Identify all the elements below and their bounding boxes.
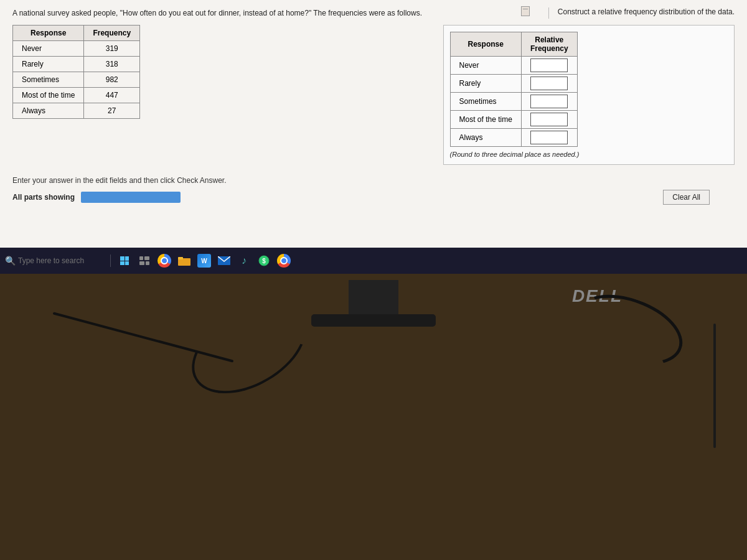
rel-input-most-cell bbox=[521, 111, 577, 129]
taskbar-search-input[interactable] bbox=[18, 256, 105, 265]
svg-rect-2 bbox=[139, 261, 144, 265]
freq-col-response: Response bbox=[13, 26, 84, 41]
progress-bar bbox=[81, 192, 181, 203]
frequency-table: Response Frequency Never 319 Rarely 318 bbox=[12, 25, 140, 119]
cable-left bbox=[176, 285, 321, 412]
svg-rect-1 bbox=[144, 256, 149, 260]
table-row: Rarely 318 bbox=[13, 57, 140, 72]
rel-header-line2: Frequency bbox=[530, 44, 568, 53]
question-text: A national survey asked people, "How oft… bbox=[12, 9, 422, 17]
table-row: Never bbox=[450, 57, 577, 75]
taskbar-app1-button[interactable]: W bbox=[195, 252, 213, 269]
edit-instruction: Enter your answer in the edit fields and… bbox=[12, 176, 735, 185]
taskbar-files-button[interactable] bbox=[176, 252, 193, 269]
construct-instruction-text: Construct a relative frequency distribut… bbox=[558, 7, 735, 16]
main-layout: Response Frequency Never 319 Rarely 318 bbox=[12, 25, 735, 165]
freq-most-of-the-time: 447 bbox=[84, 88, 140, 103]
construct-instruction: Construct a relative frequency distribut… bbox=[548, 7, 735, 19]
freq-sometimes: 982 bbox=[84, 72, 140, 88]
rel-col-rel-freq: Relative Frequency bbox=[521, 32, 577, 57]
files-icon bbox=[178, 256, 190, 266]
svg-rect-0 bbox=[139, 256, 143, 260]
taskbar-divider-1 bbox=[110, 254, 111, 267]
table-row: Never 319 bbox=[13, 41, 140, 57]
rel-input-never[interactable] bbox=[530, 58, 568, 72]
rel-input-rarely[interactable] bbox=[530, 77, 568, 90]
taskbar-search-icon: 🔍 bbox=[5, 256, 16, 266]
svg-rect-5 bbox=[178, 257, 183, 259]
relative-frequency-table: Response Relative Frequency Never bbox=[450, 32, 578, 147]
rel-input-rarely-cell bbox=[521, 75, 577, 93]
table-row: Most of the time 447 bbox=[13, 88, 140, 103]
response-never: Never bbox=[13, 41, 84, 57]
cable-vertical bbox=[713, 324, 716, 448]
taskbar-windows-button[interactable] bbox=[116, 252, 133, 269]
rel-response-most-of-the-time: Most of the time bbox=[450, 111, 521, 129]
rel-input-sometimes-cell bbox=[521, 93, 577, 111]
rel-col-response: Response bbox=[450, 32, 521, 57]
desk-area: DELL bbox=[0, 274, 747, 560]
taskbar-chrome2-button[interactable] bbox=[275, 252, 293, 269]
response-most-of-the-time: Most of the time bbox=[13, 88, 84, 103]
rel-response-always: Always bbox=[450, 129, 521, 147]
monitor-screen: A national survey asked people, "How oft… bbox=[0, 0, 747, 274]
table-row: Rarely bbox=[450, 75, 577, 93]
taskview-icon bbox=[139, 256, 149, 265]
email-icon bbox=[218, 256, 230, 265]
response-always: Always bbox=[13, 103, 84, 119]
freq-always: 27 bbox=[84, 103, 140, 119]
app1-icon: W bbox=[197, 254, 211, 268]
table-row: Sometimes 982 bbox=[13, 72, 140, 88]
music-icon: ♪ bbox=[242, 255, 247, 266]
table-row: Most of the time bbox=[450, 111, 577, 129]
table-row: Always 27 bbox=[13, 103, 140, 119]
rel-response-rarely: Rarely bbox=[450, 75, 521, 93]
monitor-base bbox=[311, 314, 436, 327]
freq-col-frequency: Frequency bbox=[84, 26, 140, 41]
screen-content: A national survey asked people, "How oft… bbox=[0, 0, 747, 270]
round-note: (Round to three decimal place as needed.… bbox=[450, 151, 728, 158]
taskbar: 🔍 W bbox=[0, 248, 747, 274]
taskbar-taskview-button[interactable] bbox=[136, 252, 153, 269]
taskbar-music-button[interactable]: ♪ bbox=[235, 252, 253, 269]
rel-input-sometimes[interactable] bbox=[530, 95, 568, 108]
question-row: A national survey asked people, "How oft… bbox=[12, 7, 735, 19]
monitor-stand bbox=[349, 280, 398, 317]
rel-input-most-of-the-time[interactable] bbox=[530, 113, 568, 126]
response-rarely: Rarely bbox=[13, 57, 84, 72]
svg-rect-3 bbox=[146, 261, 149, 265]
freq-rarely: 318 bbox=[84, 57, 140, 72]
table-row: Always bbox=[450, 129, 577, 147]
taskbar-app2-button[interactable]: $ bbox=[255, 252, 273, 269]
rel-input-always-cell bbox=[521, 129, 577, 147]
clipboard-icon bbox=[521, 6, 530, 16]
taskbar-email-button[interactable] bbox=[215, 252, 233, 269]
svg-text:$: $ bbox=[262, 258, 266, 264]
question-area: A national survey asked people, "How oft… bbox=[12, 7, 536, 19]
bottom-section: Enter your answer in the edit fields and… bbox=[12, 176, 735, 205]
freq-never: 319 bbox=[84, 41, 140, 57]
chrome-icon bbox=[157, 254, 171, 268]
all-parts-row: All parts showing Clear All bbox=[12, 190, 735, 205]
rel-input-always[interactable] bbox=[530, 131, 568, 144]
construct-container: Response Relative Frequency Never bbox=[443, 25, 735, 165]
clear-all-button[interactable]: Clear All bbox=[663, 190, 710, 205]
response-sometimes: Sometimes bbox=[13, 72, 84, 88]
windows-icon bbox=[120, 256, 129, 265]
rel-input-never-cell bbox=[521, 57, 577, 75]
all-parts-label: All parts showing bbox=[12, 193, 75, 202]
frequency-table-container: Response Frequency Never 319 Rarely 318 bbox=[12, 25, 140, 119]
taskbar-chrome-button[interactable] bbox=[156, 252, 173, 269]
table-row: Sometimes bbox=[450, 93, 577, 111]
rel-response-never: Never bbox=[450, 57, 521, 75]
rel-response-sometimes: Sometimes bbox=[450, 93, 521, 111]
app2-icon: $ bbox=[258, 255, 270, 266]
rel-header-line1: Relative bbox=[535, 35, 563, 44]
chrome2-icon bbox=[277, 254, 291, 268]
